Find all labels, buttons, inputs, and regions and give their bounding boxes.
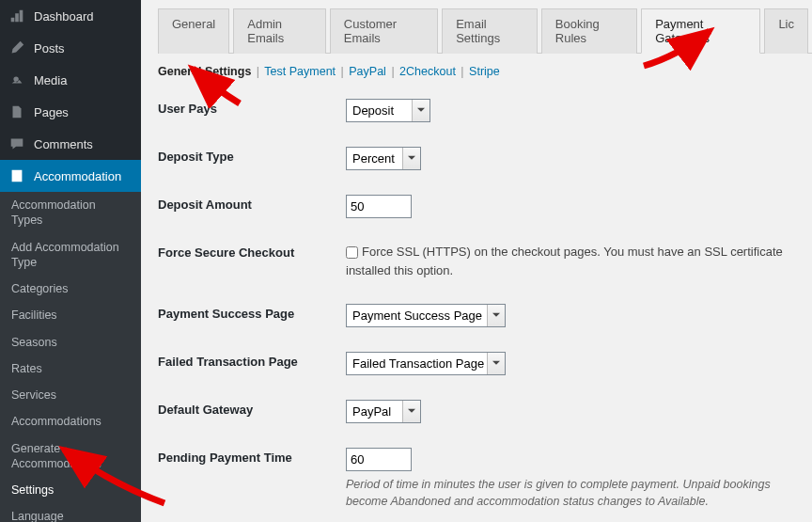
sidebar-label: Accommodation	[34, 169, 121, 183]
input-pending-time[interactable]	[346, 448, 412, 471]
payment-subnav: General Settings | Test Payment | PayPal…	[158, 65, 812, 78]
label-deposit-amount: Deposit Amount	[158, 195, 346, 212]
sidebar-item-posts[interactable]: Posts	[0, 32, 141, 64]
select-default-gateway[interactable]: PayPal	[346, 400, 421, 423]
sidebar-sub-services[interactable]: Services	[0, 382, 141, 408]
sidebar-item-dashboard[interactable]: Dashboard	[0, 0, 141, 32]
label-deposit-type: Deposit Type	[158, 147, 346, 164]
input-deposit-amount[interactable]	[346, 195, 412, 218]
select-deposit-type[interactable]: Percent	[346, 147, 421, 170]
comment-icon	[8, 134, 26, 153]
select-failed-page[interactable]: Failed Transaction Page	[346, 352, 506, 375]
sidebar-sub-generate-accommodations[interactable]: Generate Accommodations	[0, 435, 141, 478]
label-failed-page: Failed Transaction Page	[158, 352, 346, 369]
svg-point-0	[13, 76, 18, 81]
sidebar-item-accommodation[interactable]: Accommodation	[0, 160, 141, 192]
tab-admin-emails[interactable]: Admin Emails	[233, 8, 326, 54]
tab-general[interactable]: General	[158, 8, 229, 54]
tab-email-settings[interactable]: Email Settings	[442, 8, 538, 54]
settings-tabs: General Admin Emails Customer Emails Ema…	[158, 8, 812, 54]
subnav-stripe[interactable]: Stripe	[469, 65, 500, 78]
desc-pending-time: Period of time in minutes the user is gi…	[346, 477, 812, 510]
pin-icon	[8, 39, 26, 57]
sidebar-item-media[interactable]: Media	[0, 64, 141, 96]
sidebar-sub-accommodations[interactable]: Accommodations	[0, 408, 141, 435]
select-success-page[interactable]: Payment Success Page	[346, 304, 506, 327]
main-content: General Admin Emails Customer Emails Ema…	[141, 0, 812, 522]
sidebar-item-comments[interactable]: Comments	[0, 128, 141, 160]
tab-license[interactable]: Lic	[764, 8, 808, 54]
label-pending-time: Pending Payment Time	[158, 448, 346, 465]
page-icon	[8, 103, 26, 121]
checkbox-label-force-ssl[interactable]: Force SSL (HTTPS) on the checkout pages.…	[346, 245, 783, 277]
subnav-general-settings[interactable]: General Settings	[158, 65, 251, 78]
building-icon	[8, 166, 26, 185]
sidebar-sub-accommodation-types[interactable]: Accommodation Types	[0, 192, 141, 234]
select-user-pays[interactable]: Deposit	[346, 99, 430, 122]
sidebar-label: Pages	[34, 105, 69, 119]
sidebar-item-pages[interactable]: Pages	[0, 96, 141, 128]
subnav-test-payment[interactable]: Test Payment	[264, 65, 336, 78]
sidebar-sub-add-accommodation-type[interactable]: Add Accommodation Type	[0, 234, 141, 277]
sidebar-label: Posts	[34, 41, 65, 55]
subnav-2checkout[interactable]: 2Checkout	[399, 65, 456, 78]
sidebar-sub-rates[interactable]: Rates	[0, 356, 141, 382]
subnav-paypal[interactable]: PayPal	[349, 65, 386, 78]
sidebar-submenu: Accommodation Types Add Accommodation Ty…	[0, 192, 141, 522]
sidebar-sub-facilities[interactable]: Facilities	[0, 302, 141, 328]
label-default-gateway: Default Gateway	[158, 400, 346, 417]
tab-booking-rules[interactable]: Booking Rules	[541, 8, 637, 54]
sidebar-label: Media	[34, 73, 67, 87]
label-force-ssl: Force Secure Checkout	[158, 243, 346, 260]
sidebar-sub-settings[interactable]: Settings	[0, 477, 141, 503]
label-user-pays: User Pays	[158, 99, 346, 116]
label-success-page: Payment Success Page	[158, 304, 346, 321]
dashboard-icon	[8, 7, 26, 25]
media-icon	[8, 71, 26, 89]
tab-payment-gateways[interactable]: Payment Gateways	[641, 8, 760, 54]
sidebar-sub-categories[interactable]: Categories	[0, 276, 141, 302]
tab-customer-emails[interactable]: Customer Emails	[330, 8, 438, 54]
sidebar-label: Dashboard	[34, 9, 94, 24]
sidebar-sub-language[interactable]: Language	[0, 503, 141, 522]
checkbox-force-ssl[interactable]	[346, 246, 358, 259]
admin-sidebar: Dashboard Posts Media Pages Comments Acc…	[0, 0, 141, 522]
sidebar-label: Comments	[34, 137, 93, 151]
sidebar-sub-seasons[interactable]: Seasons	[0, 329, 141, 356]
